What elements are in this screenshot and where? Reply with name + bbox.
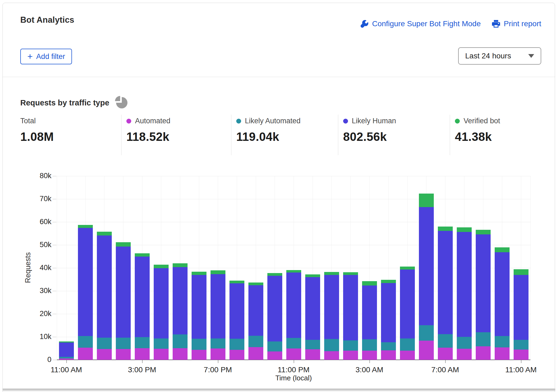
bar-segment-verified-bot[interactable]	[362, 281, 377, 285]
bar-segment-likely-automated[interactable]	[97, 338, 112, 349]
bar-segment-likely-human[interactable]	[476, 234, 491, 332]
bar-segment-likely-human[interactable]	[495, 252, 510, 336]
bar-segment-automated[interactable]	[362, 351, 377, 360]
chart-bar[interactable]	[286, 270, 301, 360]
bar-segment-likely-human[interactable]	[59, 343, 74, 357]
bar-segment-verified-bot[interactable]	[324, 272, 339, 275]
bar-segment-verified-bot[interactable]	[78, 225, 93, 228]
bar-segment-verified-bot[interactable]	[305, 274, 320, 277]
bar-segment-automated[interactable]	[514, 350, 529, 360]
bar-segment-verified-bot[interactable]	[248, 283, 263, 285]
bar-segment-likely-human[interactable]	[514, 275, 529, 340]
bar-segment-likely-human[interactable]	[154, 268, 169, 338]
bar-segment-likely-automated[interactable]	[324, 339, 339, 351]
bar-segment-automated[interactable]	[211, 348, 225, 360]
bar-segment-automated[interactable]	[381, 350, 396, 360]
chart-bar[interactable]	[305, 274, 320, 360]
bar-segment-likely-human[interactable]	[78, 228, 93, 336]
bar-segment-automated[interactable]	[267, 351, 282, 360]
bar-segment-likely-automated[interactable]	[381, 342, 396, 351]
bar-segment-likely-automated[interactable]	[305, 340, 320, 349]
bar-segment-likely-automated[interactable]	[211, 338, 225, 348]
bar-segment-automated[interactable]	[495, 347, 510, 360]
chart-bar[interactable]	[173, 263, 188, 360]
bar-segment-likely-automated[interactable]	[135, 337, 150, 348]
bar-segment-likely-human[interactable]	[116, 247, 131, 338]
chart-bar[interactable]	[135, 253, 150, 360]
bar-segment-likely-automated[interactable]	[192, 339, 206, 350]
chart-bar[interactable]	[419, 194, 434, 360]
bar-segment-automated[interactable]	[286, 348, 301, 360]
chart-bar[interactable]	[192, 272, 206, 360]
bar-segment-likely-human[interactable]	[419, 207, 434, 325]
bar-segment-verified-bot[interactable]	[135, 253, 150, 257]
bar-segment-automated[interactable]	[116, 349, 131, 360]
bar-segment-automated[interactable]	[400, 351, 415, 360]
chart-bar[interactable]	[400, 267, 415, 360]
bar-segment-automated[interactable]	[305, 349, 320, 360]
bar-segment-likely-automated[interactable]	[514, 340, 529, 350]
bar-segment-verified-bot[interactable]	[229, 281, 244, 283]
bar-segment-likely-human[interactable]	[305, 277, 320, 340]
bar-segment-likely-human[interactable]	[362, 285, 377, 340]
chart-bar[interactable]	[343, 272, 358, 360]
bar-segment-likely-automated[interactable]	[400, 338, 415, 351]
bar-segment-likely-automated[interactable]	[476, 332, 491, 346]
bar-segment-likely-automated[interactable]	[154, 338, 169, 349]
bar-segment-likely-human[interactable]	[135, 257, 150, 337]
bar-segment-verified-bot[interactable]	[192, 272, 206, 275]
bar-segment-likely-human[interactable]	[400, 270, 415, 338]
bar-segment-likely-automated[interactable]	[173, 334, 188, 348]
bar-segment-verified-bot[interactable]	[495, 247, 510, 252]
bar-segment-automated[interactable]	[248, 347, 263, 360]
bar-segment-likely-human[interactable]	[248, 285, 263, 336]
bar-segment-verified-bot[interactable]	[419, 194, 434, 207]
bar-segment-likely-automated[interactable]	[495, 336, 510, 347]
bar-segment-automated[interactable]	[154, 349, 169, 360]
chart-bar[interactable]	[324, 272, 339, 360]
bar-segment-verified-bot[interactable]	[400, 267, 415, 270]
bar-segment-likely-automated[interactable]	[438, 334, 453, 348]
bar-segment-automated[interactable]	[457, 349, 472, 360]
bar-segment-likely-human[interactable]	[97, 235, 112, 337]
bar-segment-verified-bot[interactable]	[267, 273, 282, 276]
bar-segment-likely-automated[interactable]	[286, 338, 301, 348]
chart-bar[interactable]	[438, 227, 453, 360]
bar-segment-likely-automated[interactable]	[267, 341, 282, 351]
bar-segment-likely-automated[interactable]	[419, 325, 434, 341]
bar-segment-automated[interactable]	[135, 348, 150, 360]
bar-segment-likely-automated[interactable]	[248, 336, 263, 347]
bar-segment-automated[interactable]	[229, 350, 244, 360]
chart-bar[interactable]	[78, 225, 93, 360]
chart-bar[interactable]	[362, 281, 377, 360]
bar-segment-likely-human[interactable]	[192, 275, 206, 338]
bar-segment-automated[interactable]	[419, 341, 434, 360]
bar-segment-verified-bot[interactable]	[476, 230, 491, 234]
bar-segment-verified-bot[interactable]	[343, 272, 358, 275]
bar-segment-likely-automated[interactable]	[78, 336, 93, 348]
bar-segment-verified-bot[interactable]	[154, 265, 169, 268]
bar-segment-likely-human[interactable]	[229, 283, 244, 339]
chart-bar[interactable]	[229, 281, 244, 360]
chart-bar[interactable]	[59, 341, 74, 360]
chart-bar[interactable]	[457, 227, 472, 360]
bar-segment-automated[interactable]	[438, 348, 453, 360]
bar-segment-likely-automated[interactable]	[229, 339, 244, 350]
chart-bar[interactable]	[97, 232, 112, 360]
bar-segment-likely-human[interactable]	[381, 283, 396, 342]
chart-bar[interactable]	[267, 273, 282, 360]
chart-bar[interactable]	[154, 265, 169, 360]
chart-bar[interactable]	[381, 280, 396, 360]
bar-segment-likely-human[interactable]	[438, 231, 453, 334]
bar-segment-automated[interactable]	[476, 346, 491, 360]
bar-segment-automated[interactable]	[97, 349, 112, 360]
bar-segment-automated[interactable]	[192, 350, 206, 360]
bar-segment-likely-human[interactable]	[267, 276, 282, 341]
chart-bar[interactable]	[116, 242, 131, 360]
bar-segment-likely-human[interactable]	[457, 232, 472, 337]
chart-bar[interactable]	[514, 269, 529, 360]
bar-segment-likely-human[interactable]	[343, 275, 358, 340]
bar-segment-verified-bot[interactable]	[514, 269, 529, 275]
bar-segment-likely-automated[interactable]	[457, 337, 472, 349]
chart-bar[interactable]	[495, 247, 510, 360]
